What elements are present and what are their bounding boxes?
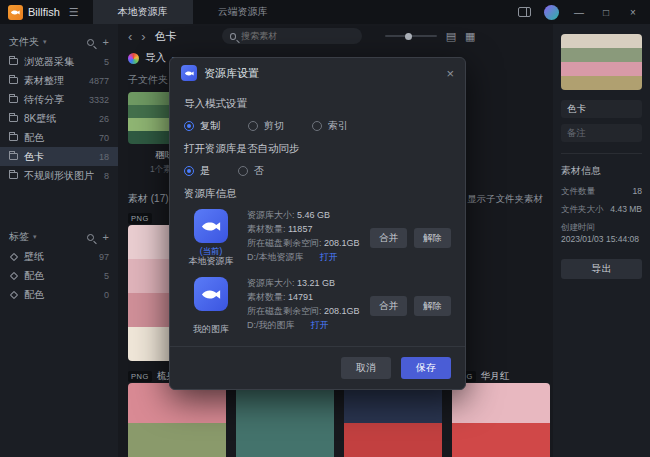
import-mode-radio-group: 复制 剪切 索引 <box>184 119 451 133</box>
save-button[interactable]: 保存 <box>401 357 451 379</box>
avatar[interactable] <box>544 5 559 20</box>
size-value: 13.21 GB <box>297 278 335 288</box>
detach-button[interactable]: 解除 <box>414 228 451 248</box>
list-view-icon[interactable]: ▤ <box>446 30 456 43</box>
tag-icon <box>10 271 18 279</box>
thumbnail-size-slider[interactable] <box>385 35 437 37</box>
radio-cut[interactable]: 剪切 <box>248 119 284 133</box>
tag-item-wallpaper[interactable]: 壁纸 97 <box>0 247 118 266</box>
search-icon[interactable] <box>87 39 94 46</box>
add-tag-icon[interactable]: + <box>103 232 109 243</box>
tags-header: 标签 ▾ + <box>0 227 118 247</box>
import-color-icon <box>128 53 139 64</box>
radio-icon <box>248 121 258 131</box>
chevron-down-icon[interactable]: ▾ <box>33 233 37 241</box>
library-details: 资源库大小: 5.46 GB 素材数量: 11857 所在磁盘剩余空间: 208… <box>247 209 361 267</box>
import-label: 导入 <box>145 51 166 65</box>
tags-section: 标签 ▾ + 壁纸 97 配色 5 配色 0 <box>0 227 118 304</box>
search-icon[interactable] <box>87 234 94 241</box>
sidebar-item-8k-wallpaper[interactable]: 8K壁纸 26 <box>0 109 118 128</box>
add-folder-icon[interactable]: + <box>103 37 109 48</box>
close-icon[interactable]: × <box>446 66 454 81</box>
sidebar-item-label: 色卡 <box>24 150 44 164</box>
radio-index[interactable]: 索引 <box>312 119 348 133</box>
radio-no[interactable]: 否 <box>238 164 264 178</box>
info-label: 文件数量 <box>561 186 595 198</box>
tag-item-color-scheme-1[interactable]: 配色 5 <box>0 266 118 285</box>
grid-view-icon[interactable]: ▦ <box>465 30 475 43</box>
sidebar-item-irregular-shapes[interactable]: 不规则形状图片 8 <box>0 166 118 185</box>
library-name: 我的图库 <box>193 324 229 335</box>
menu-icon[interactable]: ☰ <box>69 6 79 19</box>
folder-icon <box>9 134 18 141</box>
asset-name-field[interactable]: 色卡 <box>561 100 642 118</box>
minimize-button[interactable]: — <box>572 7 586 18</box>
tags-header-label: 标签 <box>9 230 29 244</box>
radio-copy[interactable]: 复制 <box>184 119 220 133</box>
filetype-badge: PNG <box>128 371 152 382</box>
sidebar-item-browser-capture[interactable]: 浏览器采集 5 <box>0 52 118 71</box>
merge-button[interactable]: 合并 <box>370 228 407 248</box>
folder-icon <box>9 172 18 179</box>
titlebar-right: — □ × <box>518 5 650 20</box>
close-button[interactable]: × <box>626 7 640 18</box>
radio-yes[interactable]: 是 <box>184 164 210 178</box>
inspector-panel: 色卡 备注 素材信息 文件数量 18 文件夹大小 4.43 MB 创建时间 20… <box>553 24 650 457</box>
forward-icon[interactable]: › <box>141 30 145 43</box>
panel-toggle-icon[interactable] <box>518 7 531 17</box>
info-label: 文件夹大小 <box>561 204 604 216</box>
asset-card[interactable]: PNG 华月红 <box>452 369 550 457</box>
folder-icon <box>9 96 18 103</box>
info-value: 4.43 MB <box>610 204 642 216</box>
library-details: 资源库大小: 13.21 GB 素材数量: 14791 所在磁盘剩余空间: 20… <box>247 277 361 335</box>
search-box[interactable] <box>222 28 362 44</box>
tag-label: 配色 <box>24 269 44 283</box>
library-settings-dialog: 资源库设置 × 导入模式设置 复制 剪切 索引 打开资源库是否自动同步 <box>169 57 466 390</box>
slider-knob[interactable] <box>405 33 412 40</box>
note-field[interactable]: 备注 <box>561 124 642 142</box>
divider <box>561 153 642 154</box>
export-button[interactable]: 导出 <box>561 259 642 279</box>
auto-sync-radio-group: 是 否 <box>184 164 451 178</box>
show-subfolder-assets-toggle[interactable]: 显示子文件夹素材 <box>453 193 543 206</box>
asset-thumbnail <box>452 383 550 457</box>
radio-label: 复制 <box>200 119 220 133</box>
tag-label: 配色 <box>24 288 44 302</box>
search-input[interactable] <box>241 31 353 41</box>
chevron-down-icon[interactable]: ▾ <box>43 38 47 46</box>
billfish-icon <box>181 65 197 81</box>
sidebar-item-color-card[interactable]: 色卡 18 <box>0 147 118 166</box>
tab-cloud-library[interactable]: 云端资源库 <box>193 0 293 24</box>
tag-item-color-scheme-2[interactable]: 配色 0 <box>0 285 118 304</box>
disk-value: 208.1GB <box>324 306 360 316</box>
sidebar: 文件夹 ▾ + 浏览器采集 5 素材整理 4877 待传分享 3332 8K壁纸… <box>0 24 118 457</box>
merge-button[interactable]: 合并 <box>370 296 407 316</box>
open-link[interactable]: 打开 <box>320 252 338 262</box>
item-count: 18 <box>99 152 109 162</box>
item-count: 8 <box>104 171 109 181</box>
library-tabs: 本地资源库 云端资源库 <box>93 0 293 24</box>
material-info-header: 素材信息 <box>561 164 642 178</box>
info-label: 创建时间 <box>561 222 595 234</box>
sidebar-item-material-sorting[interactable]: 素材整理 4877 <box>0 71 118 90</box>
folders-header: 文件夹 ▾ + <box>0 32 118 52</box>
item-count: 97 <box>99 252 109 262</box>
count-value: 11857 <box>288 224 312 234</box>
back-icon[interactable]: ‹ <box>128 30 132 43</box>
tag-label: 壁纸 <box>24 250 44 264</box>
count-label: 素材数量: <box>247 224 286 234</box>
detach-button[interactable]: 解除 <box>414 296 451 316</box>
open-link[interactable]: 打开 <box>311 320 329 330</box>
cancel-button[interactable]: 取消 <box>341 357 391 379</box>
import-mode-section-label: 导入模式设置 <box>184 97 451 111</box>
sidebar-item-color-scheme[interactable]: 配色 70 <box>0 128 118 147</box>
maximize-button[interactable]: □ <box>599 7 613 18</box>
current-badge: (当前) <box>200 246 223 256</box>
sidebar-item-to-share[interactable]: 待传分享 3332 <box>0 90 118 109</box>
item-count: 5 <box>104 271 109 281</box>
radio-icon <box>312 121 322 131</box>
sidebar-item-label: 素材整理 <box>24 74 64 88</box>
size-label: 资源库大小: <box>247 278 295 288</box>
tab-local-library[interactable]: 本地资源库 <box>93 0 193 24</box>
size-value: 5.46 GB <box>297 210 330 220</box>
